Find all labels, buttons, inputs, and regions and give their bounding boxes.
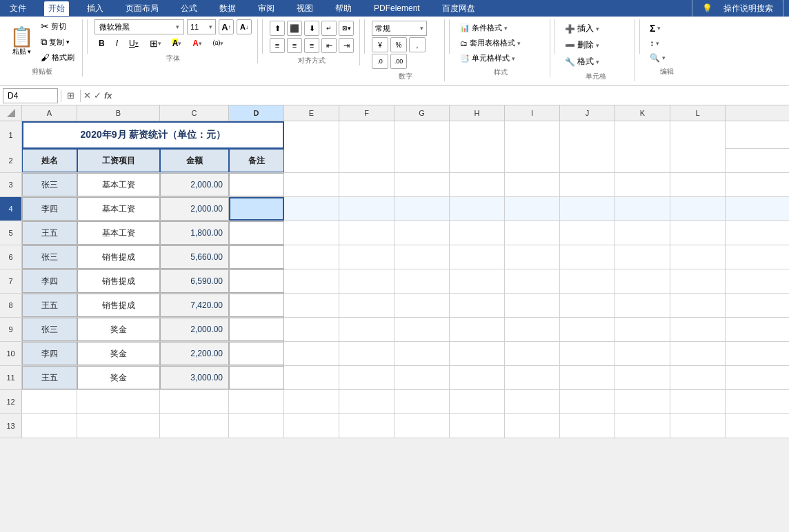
cell-style-button[interactable]: 📑 单元格样式 ▾ — [457, 52, 524, 65]
corner-cell[interactable] — [0, 105, 22, 121]
number-format-dropdown[interactable]: 常规 ▾ — [372, 21, 427, 36]
cell-f10[interactable] — [339, 342, 394, 365]
cell-b5[interactable]: 基本工资 — [77, 221, 160, 245]
menu-review[interactable]: 审阅 — [254, 1, 279, 16]
menu-help[interactable]: 帮助 — [331, 1, 356, 16]
cancel-formula-button[interactable]: ✕ — [83, 90, 91, 101]
middle-align-button[interactable]: ⬛ — [287, 21, 302, 36]
cell-c8[interactable]: 7,420.00 — [160, 294, 229, 317]
cell-j2[interactable] — [560, 149, 615, 172]
currency-button[interactable]: ¥ — [372, 37, 388, 52]
delete-button[interactable]: ➖ 删除 ▾ — [562, 38, 602, 52]
cell-i3[interactable] — [505, 173, 560, 196]
cell-e6[interactable] — [284, 245, 339, 269]
cell-e5[interactable] — [284, 221, 339, 245]
cell-k10[interactable] — [615, 342, 670, 365]
cell-g4[interactable] — [394, 197, 450, 221]
cell-i4[interactable] — [505, 197, 560, 221]
col-header-c[interactable]: C — [160, 105, 229, 121]
cell-g5[interactable] — [394, 221, 450, 245]
cell-b4[interactable]: 基本工资 — [77, 197, 160, 221]
cell-d10[interactable] — [229, 342, 284, 365]
cell-k13[interactable] — [615, 414, 670, 438]
cell-e3[interactable] — [284, 173, 339, 196]
cell-a2[interactable]: 姓名 — [22, 149, 77, 172]
cell-h11[interactable] — [450, 366, 505, 389]
cell-g1[interactable] — [394, 121, 450, 149]
cell-g2[interactable] — [394, 149, 450, 172]
col-header-h[interactable]: H — [450, 105, 505, 121]
cell-a12[interactable] — [22, 390, 77, 413]
increase-decimal-button[interactable]: .0 — [372, 54, 388, 69]
cell-f1[interactable] — [339, 121, 394, 149]
cell-i9[interactable] — [505, 318, 560, 341]
cell-l5[interactable] — [670, 221, 726, 245]
cell-b10[interactable]: 奖金 — [77, 342, 160, 365]
cell-g10[interactable] — [394, 342, 450, 365]
top-align-button[interactable]: ⬆ — [270, 21, 285, 36]
cell-a5[interactable]: 王五 — [22, 221, 77, 245]
cell-d8[interactable] — [229, 294, 284, 317]
row-header-9[interactable]: 9 — [0, 318, 22, 341]
cell-c10[interactable]: 2,200.00 — [160, 342, 229, 365]
indent-right-button[interactable]: ⇥ — [339, 38, 354, 53]
row-header-12[interactable]: 12 — [0, 390, 22, 413]
menu-baidu[interactable]: 百度网盘 — [438, 1, 479, 16]
col-header-f[interactable]: F — [339, 105, 394, 121]
col-header-b[interactable]: B — [77, 105, 160, 121]
cell-e1[interactable] — [284, 121, 339, 149]
cell-h3[interactable] — [450, 173, 505, 196]
cell-c11[interactable]: 3,000.00 — [160, 366, 229, 389]
cell-j8[interactable] — [560, 294, 615, 317]
cell-j5[interactable] — [560, 221, 615, 245]
cell-j11[interactable] — [560, 366, 615, 389]
cell-l11[interactable] — [670, 366, 726, 389]
cell-h9[interactable] — [450, 318, 505, 341]
cell-i7[interactable] — [505, 269, 560, 293]
menu-insert[interactable]: 插入 — [83, 1, 108, 16]
cell-l4[interactable] — [670, 197, 726, 221]
cell-f12[interactable] — [339, 390, 394, 413]
decrease-font-button[interactable]: A ↓ — [237, 19, 252, 34]
font-name-dropdown[interactable]: 微软雅黑 ▾ — [94, 19, 184, 34]
cell-d9[interactable] — [229, 318, 284, 341]
cell-e4[interactable] — [284, 197, 339, 221]
find-button[interactable]: 🔍 ▾ — [647, 52, 668, 64]
cell-b9[interactable]: 奖金 — [77, 318, 160, 341]
cell-h8[interactable] — [450, 294, 505, 317]
cell-h7[interactable] — [450, 269, 505, 293]
formula-input[interactable] — [115, 88, 786, 103]
cell-k5[interactable] — [615, 221, 670, 245]
cell-h1[interactable] — [450, 121, 505, 149]
cell-l2[interactable] — [670, 149, 726, 172]
cell-c12[interactable] — [160, 390, 229, 413]
cell-b7[interactable]: 销售提成 — [77, 269, 160, 293]
row-header-3[interactable]: 3 — [0, 173, 22, 196]
cell-k4[interactable] — [615, 197, 670, 221]
cell-h10[interactable] — [450, 342, 505, 365]
bottom-align-button[interactable]: ⬇ — [304, 21, 319, 36]
center-align-button[interactable]: ≡ — [287, 38, 302, 53]
cell-e8[interactable] — [284, 294, 339, 317]
cell-f4[interactable] — [339, 197, 394, 221]
menu-pdf[interactable]: PDFelement — [370, 2, 424, 14]
cell-e11[interactable] — [284, 366, 339, 389]
col-header-i[interactable]: I — [505, 105, 560, 121]
cell-b3[interactable]: 基本工资 — [77, 173, 160, 196]
row-header-4[interactable]: 4 — [0, 197, 22, 221]
cell-i2[interactable] — [505, 149, 560, 172]
row-header-10[interactable]: 10 — [0, 342, 22, 365]
cell-l1[interactable] — [670, 121, 726, 149]
cell-i10[interactable] — [505, 342, 560, 365]
cell-h12[interactable] — [450, 390, 505, 413]
cell-d11[interactable] — [229, 366, 284, 389]
cut-button[interactable]: ✂ 剪切 — [39, 19, 77, 33]
menu-file[interactable]: 文件 — [6, 1, 30, 16]
cell-d6[interactable] — [229, 245, 284, 269]
cell-l6[interactable] — [670, 245, 726, 269]
cell-i5[interactable] — [505, 221, 560, 245]
cell-c5[interactable]: 1,800.00 — [160, 221, 229, 245]
merge-button[interactable]: ⊠▾ — [339, 21, 354, 36]
italic-button[interactable]: I — [112, 36, 122, 51]
cell-f5[interactable] — [339, 221, 394, 245]
